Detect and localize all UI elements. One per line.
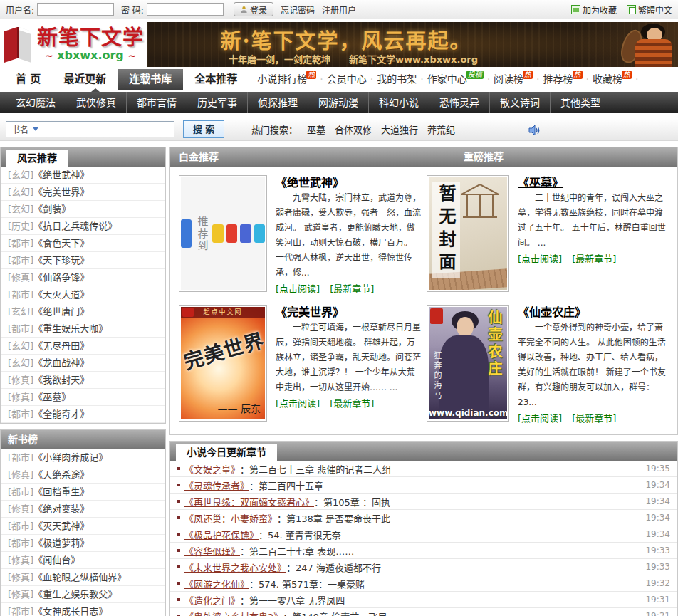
category-item[interactable]: 科幻小说 <box>368 92 429 113</box>
username-input[interactable] <box>37 3 114 16</box>
list-item[interactable]: [都市]《天火大道》 <box>1 286 165 303</box>
list-item[interactable]: [修真]《绝对变装》 <box>1 501 165 518</box>
nav-link[interactable]: 阅读榜 热 · <box>494 69 543 90</box>
nav-link-label[interactable]: 阅读榜 <box>494 69 523 90</box>
update-book-title[interactable]: 《灵魂传承者》 <box>184 479 249 492</box>
category-item[interactable]: 武侠修真 <box>66 92 126 113</box>
list-item[interactable]: [历史]《抗日之兵魂传说》 <box>1 218 165 235</box>
update-book-title[interactable]: 《容华似瑾》 <box>184 544 240 558</box>
book-title-link[interactable]: 《小鲜肉养成记》 <box>33 452 108 463</box>
book-title-link[interactable]: 《重生娱乐大咖》 <box>33 323 108 334</box>
list-item[interactable]: [都市]《回档重生》 <box>1 484 165 501</box>
book-title-link[interactable]: 《食色天下》 <box>33 238 89 249</box>
hot-keyword[interactable]: 巫墓 <box>307 122 325 136</box>
updates-tab[interactable]: 小说今日更新章节 <box>176 444 277 461</box>
nav-tab[interactable]: 最近更新 <box>52 69 118 90</box>
read-link[interactable]: [点击阅读] <box>518 411 562 424</box>
nav-link[interactable]: 作家中心 投稿 · <box>427 69 494 90</box>
category-item[interactable]: 侦探推理 <box>247 92 308 113</box>
book-title-link[interactable]: 《女神成长日志》 <box>33 606 108 616</box>
list-item[interactable]: [都市]《灭天武神》 <box>1 518 165 535</box>
book-title-link[interactable]: 《绝世武神》 <box>33 169 89 180</box>
book-title-link[interactable]: 《绝世唐门》 <box>33 306 89 317</box>
hot-keyword[interactable]: 大道独行 <box>381 122 418 136</box>
nav-link[interactable]: 推荐榜 热 · <box>543 69 593 90</box>
list-item[interactable]: [玄幻]《无尽丹田》 <box>1 338 165 355</box>
update-book-title[interactable]: 《造化之门》 <box>184 593 240 607</box>
update-row[interactable]: 《灵魂传承者》 ：第三百四十五章 19:34 <box>170 477 677 494</box>
update-row[interactable]: 《再世良缘：双面嫡女惑君心》 ：第105章 ：固执 19:34 <box>170 494 677 510</box>
list-item[interactable]: [玄幻]《绝世唐门》 <box>1 303 165 320</box>
book-title-link[interactable]: 《重生之娱乐教父》 <box>33 589 117 600</box>
wind-cloud-tab[interactable]: 风云推荐 <box>6 150 68 167</box>
book-title-link[interactable]: 《龙血战神》 <box>33 357 89 368</box>
book-title-link[interactable]: 《回档重生》 <box>33 486 89 497</box>
list-item[interactable]: [都市]《天下珍玩》 <box>1 252 165 269</box>
list-item[interactable]: [修真]《重生之娱乐教父》 <box>1 586 165 603</box>
add-favorite-link[interactable]: 加为收藏 <box>571 4 617 16</box>
login-button[interactable]: 登录 <box>234 2 273 16</box>
speaker-icon[interactable] <box>528 125 541 136</box>
list-item[interactable]: [玄幻]《剑装》 <box>1 201 165 218</box>
category-item[interactable]: 恐怖灵异 <box>429 92 489 113</box>
update-book-title[interactable]: 《文娱之皇》 <box>184 462 240 476</box>
nav-link-label[interactable]: 会员中心 <box>327 69 367 90</box>
category-item[interactable]: 网游动漫 <box>308 92 368 113</box>
category-item[interactable]: 散文诗词 <box>489 92 550 113</box>
search-type-dropdown[interactable]: 书名 <box>6 123 43 135</box>
book-title-link[interactable]: 《全能奇才》 <box>33 409 89 419</box>
nav-link[interactable]: 收藏榜 热 · <box>593 69 642 90</box>
list-item[interactable]: [都市]《食色天下》 <box>1 235 165 252</box>
search-button[interactable]: 搜 索 <box>183 120 224 138</box>
book-title-link[interactable]: 《仙路争锋》 <box>33 272 89 283</box>
update-book-title[interactable]: 《未来世界之我心安处》 <box>184 560 286 574</box>
list-item[interactable]: [都市]《女神成长日志》 <box>1 603 165 616</box>
update-row[interactable]: 《凤还巢：小妻娇蛮》 ：第138章 是否要命丧于此 19:34 <box>170 510 677 526</box>
book-cover[interactable]: 暂无封面 <box>427 175 509 292</box>
book-title[interactable]: 《仙壶农庄》 <box>518 305 669 320</box>
book-title[interactable]: 《完美世界》 <box>276 305 421 320</box>
list-item[interactable]: [修真]《闻仙台》 <box>1 552 165 569</box>
book-title[interactable]: 《绝世武神》 <box>276 175 421 191</box>
list-item[interactable]: [玄幻]《绝世武神》 <box>1 167 165 184</box>
update-book-title[interactable]: 《网游之化仙》 <box>184 577 249 590</box>
book-title-link[interactable]: 《天下珍玩》 <box>33 255 89 266</box>
nav-link-label[interactable]: 小说排行榜 <box>257 69 307 90</box>
book-title-link[interactable]: 《天火大道》 <box>33 289 89 300</box>
nav-link[interactable]: 小说排行榜 热 · <box>257 69 326 90</box>
update-book-title[interactable]: 《再世良缘：双面嫡女惑君心》 <box>184 495 314 508</box>
book-title[interactable]: 《巫墓》 <box>518 175 669 191</box>
category-item[interactable]: 其他类型 <box>550 92 610 113</box>
forgot-password-link[interactable]: 忘记密码 <box>281 4 315 16</box>
book-title-link[interactable]: 《极道萝莉》 <box>33 538 89 548</box>
book-cover[interactable]: 仙壶农庄 狂奔的海马 www.qidian.com <box>427 305 509 422</box>
book-title-link[interactable]: 《绝对变装》 <box>33 503 89 514</box>
list-item[interactable]: [修真]《仙路争锋》 <box>1 269 165 286</box>
update-row[interactable]: 《极品护花保镖》 ：54. 董青青很无奈 19:34 <box>170 526 677 543</box>
read-link[interactable]: [点击阅读] <box>276 281 320 295</box>
update-row[interactable]: 《网游之化仙》 ：574. 第571章：一桌豪赌 19:32 <box>170 575 677 592</box>
update-row[interactable]: 《鬼外婆之乡村有鬼2》 ：第149章 偷妻节，飞尸 19:31 <box>170 608 677 616</box>
nav-link-label[interactable]: 推荐榜 <box>543 69 573 90</box>
banner-ad[interactable]: 新·笔下文学，风云再起。 十年磨一剑，一剑定乾坤 新笔下文学www.xbxwx.… <box>147 22 678 67</box>
update-book-title[interactable]: 《凤还巢：小妻娇蛮》 <box>184 511 277 525</box>
list-item[interactable]: [都市]《重生娱乐大咖》 <box>1 320 165 338</box>
hot-keyword[interactable]: 莽荒纪 <box>427 122 455 136</box>
book-title-link[interactable]: 《天绝杀途》 <box>33 469 89 480</box>
list-item[interactable]: [都市]《小鲜肉养成记》 <box>1 449 165 466</box>
book-title-link[interactable]: 《抗日之兵魂传说》 <box>33 221 117 231</box>
nav-tab[interactable]: 全本推荐 <box>183 69 249 90</box>
update-row[interactable]: 《容华似瑾》 ：第二百二十七章 表现…… 19:33 <box>170 543 677 559</box>
list-item[interactable]: [都市]《全能奇才》 <box>1 406 165 423</box>
read-link[interactable]: [点击阅读] <box>276 396 320 409</box>
book-title-link[interactable]: 《剑装》 <box>33 204 71 214</box>
category-item[interactable]: 都市言情 <box>126 92 187 113</box>
password-input[interactable] <box>147 3 224 16</box>
category-item[interactable]: 历史军事 <box>187 92 247 113</box>
read-link[interactable]: [点击阅读] <box>518 251 562 265</box>
list-item[interactable]: [修真]《血轮眼之纵横仙界》 <box>1 569 165 586</box>
site-logo[interactable]: 新笔下文学 ~ xbxwx.org ~ <box>0 19 147 69</box>
update-row[interactable]: 《文娱之皇》 ：第二百七十三章 悲催的记者二人组 19:35 <box>170 461 677 477</box>
nav-link[interactable]: 会员中心 · <box>327 69 377 90</box>
book-title-link[interactable]: 《闻仙台》 <box>33 555 80 565</box>
